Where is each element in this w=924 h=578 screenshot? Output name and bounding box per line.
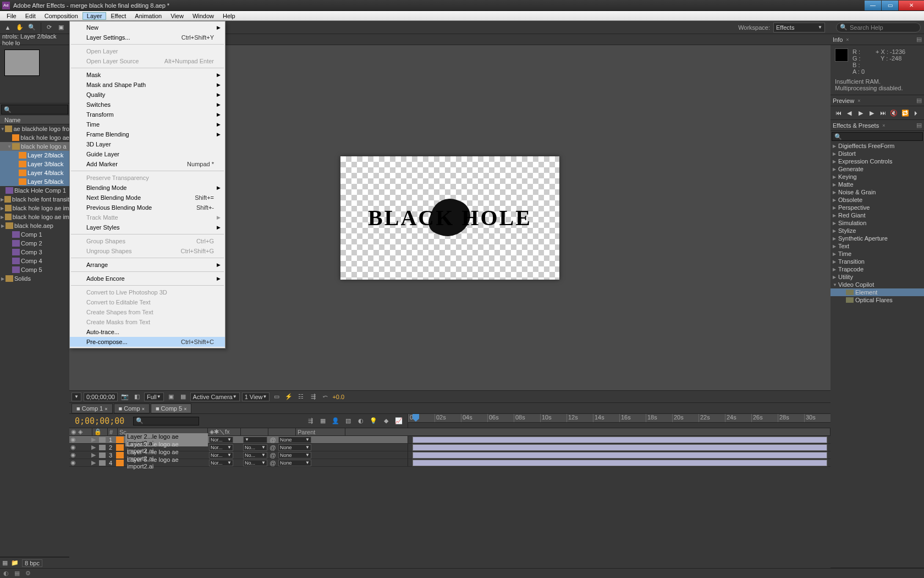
menu-view[interactable]: View — [166, 12, 188, 20]
comp-mini-flowchart-icon[interactable]: ⇶ — [305, 416, 316, 427]
first-frame-icon[interactable]: ⏮ — [833, 108, 843, 117]
mute-icon[interactable]: 🔇 — [889, 108, 899, 117]
effects-category[interactable]: ▶Noise & Grain — [831, 188, 924, 196]
project-item[interactable]: ▶Solids — [0, 274, 69, 283]
effects-category[interactable]: ▶Perspective — [831, 204, 924, 211]
play-icon[interactable]: ▶ — [856, 108, 866, 117]
comp-flowchart-icon[interactable]: ⇶ — [308, 392, 318, 401]
menu-item-adobe-encore[interactable]: Adobe Encore▶ — [70, 274, 225, 283]
label-color-swatch[interactable] — [99, 445, 106, 450]
effects-category[interactable]: ▶Synthetic Aperture — [831, 235, 924, 242]
layer-duration-bar[interactable] — [413, 452, 827, 459]
blend-mode-dropdown[interactable]: Nor...▼ — [209, 452, 233, 459]
menu-item-guide-layer[interactable]: Guide Layer — [70, 149, 225, 159]
effects-category[interactable]: ▶Digieffects FreeForm — [831, 142, 924, 150]
parent-dropdown[interactable]: None▼ — [278, 460, 311, 466]
layer-duration-bar[interactable] — [413, 437, 827, 443]
timeline-tab[interactable]: ■ Comp 5 × — [151, 403, 192, 413]
project-item[interactable]: ▼black hole logo a — [0, 142, 69, 151]
project-item[interactable]: Black Hole Comp 1 — [0, 186, 69, 195]
menu-help[interactable]: Help — [218, 12, 240, 20]
menu-window[interactable]: Window — [188, 12, 218, 20]
composition-canvas[interactable]: BLACK HOLE — [340, 156, 559, 280]
effects-category[interactable]: ▶Transition — [831, 258, 924, 265]
project-item[interactable]: Comp 3 — [0, 248, 69, 257]
timeline-tab[interactable]: ■ Comp 1 × — [72, 403, 113, 413]
menu-item-3d-layer[interactable]: 3D Layer — [70, 139, 225, 149]
exposure-value[interactable]: +0.0 — [332, 394, 344, 400]
frame-blend-icon[interactable]: ▧ — [343, 416, 354, 427]
minimize-button[interactable]: — — [865, 1, 881, 10]
auto-keyframe-icon[interactable]: ◆ — [381, 416, 392, 427]
pickwhip-icon[interactable]: @ — [268, 444, 277, 451]
effects-category[interactable]: ▶Keying — [831, 173, 924, 181]
menu-item-frame-blending[interactable]: Frame Blending▶ — [70, 129, 225, 139]
project-search-input[interactable]: 🔍 — [1, 105, 68, 114]
effects-category[interactable]: Element — [831, 288, 924, 296]
menu-animation[interactable]: Animation — [130, 12, 166, 20]
prev-frame-icon[interactable]: ◀ — [844, 108, 854, 117]
effects-category[interactable]: ▶Matte — [831, 181, 924, 188]
menu-item-time[interactable]: Time▶ — [70, 119, 225, 129]
effects-category[interactable]: Optical Flares — [831, 296, 924, 304]
close-button[interactable]: ✕ — [899, 1, 924, 10]
menu-item-auto-trace-[interactable]: Auto-trace... — [70, 327, 225, 337]
timeline-ruler[interactable]: 0s02s04s06s08s10s12s14s16s18s20s22s24s26… — [408, 414, 831, 423]
visibility-toggle-icon[interactable]: ◉ — [69, 451, 77, 459]
panel-menu-icon[interactable]: ▤ — [916, 97, 922, 104]
label-color-swatch[interactable] — [99, 452, 106, 458]
effects-presets-tab[interactable]: Effects & Presets — [833, 122, 879, 129]
menu-item-new[interactable]: New▶ — [70, 23, 225, 32]
pixel-aspect-icon[interactable]: ▭ — [272, 392, 282, 401]
pickwhip-icon[interactable]: @ — [268, 437, 277, 443]
layer-duration-bar[interactable] — [413, 460, 827, 466]
effects-category[interactable]: ▶Simulation — [831, 219, 924, 227]
parent-dropdown[interactable]: None▼ — [278, 437, 311, 443]
effects-category[interactable]: ▶Obsolete — [831, 196, 924, 204]
effects-category[interactable]: ▶Trapcode — [831, 265, 924, 273]
blend-mode-dropdown[interactable]: Nor...▼ — [209, 437, 233, 443]
zoom-tool-icon[interactable]: 🔍 — [26, 22, 37, 33]
menu-item-mask[interactable]: Mask▶ — [70, 70, 225, 80]
menu-item-layer-settings-[interactable]: Layer Settings...Ctrl+Shift+Y — [70, 32, 225, 42]
track-matte-dropdown[interactable]: No...▼ — [243, 444, 267, 451]
timeline-layer-row[interactable]: ◉▶4Layer 5...le logo ae import2.aiNor...… — [69, 459, 831, 467]
loop-icon[interactable]: 🔁 — [900, 108, 910, 117]
hand-tool-icon[interactable]: ✋ — [14, 22, 25, 33]
menu-item-next-blending-mode[interactable]: Next Blending ModeShift+= — [70, 193, 225, 203]
hide-shy-icon[interactable]: 👤 — [330, 416, 341, 427]
parent-dropdown[interactable]: None▼ — [278, 444, 311, 451]
pickwhip-icon[interactable]: @ — [268, 460, 277, 466]
effect-controls-tab[interactable]: ntrols: Layer 2/black hole lo — [0, 34, 69, 45]
menu-layer[interactable]: Layer — [82, 12, 107, 20]
menu-file[interactable]: File — [2, 12, 21, 20]
last-frame-icon[interactable]: ⏭ — [878, 108, 888, 117]
panel-menu-icon[interactable]: ▤ — [916, 122, 922, 129]
visibility-toggle-icon[interactable]: ◉ — [69, 444, 77, 451]
menu-item-mask-and-shape-path[interactable]: Mask and Shape Path▶ — [70, 80, 225, 90]
project-item[interactable]: Comp 4 — [0, 257, 69, 265]
next-frame-icon[interactable]: ▶ — [867, 108, 877, 117]
blend-mode-dropdown[interactable]: Nor...▼ — [209, 444, 233, 451]
search-help-input[interactable]: 🔍 Search Help — [836, 23, 921, 32]
track-matte-dropdown[interactable]: No...▼ — [243, 452, 267, 459]
layer-duration-bar[interactable] — [413, 444, 827, 451]
effects-category[interactable]: ▶Red Giant — [831, 211, 924, 219]
menu-item-switches[interactable]: Switches▶ — [70, 100, 225, 110]
project-item[interactable]: Comp 1 — [0, 230, 69, 239]
timeline-tab[interactable]: ■ Comp × — [114, 403, 150, 413]
draft-3d-icon[interactable]: ▦ — [317, 416, 328, 427]
status-icon[interactable]: ◐ — [3, 570, 12, 577]
roi-icon[interactable]: ▣ — [166, 392, 176, 401]
transparency-grid-icon[interactable]: ▦ — [178, 392, 188, 401]
track-matte-dropdown[interactable]: No...▼ — [243, 460, 267, 466]
camera-dropdown[interactable]: Active Camera ▼ — [190, 392, 240, 401]
project-item[interactable]: Layer 3/black — [0, 160, 69, 168]
new-folder-icon[interactable]: 📁 — [11, 559, 19, 566]
motion-blur-icon[interactable]: ◐ — [355, 416, 366, 427]
brainstorm-icon[interactable]: 💡 — [368, 416, 379, 427]
bpc-button[interactable]: 8 bpc — [22, 559, 42, 567]
effects-category[interactable]: ▶Expression Controls — [831, 157, 924, 165]
project-item[interactable]: Layer 2/black — [0, 151, 69, 160]
graph-editor-icon[interactable]: 📈 — [393, 416, 404, 427]
